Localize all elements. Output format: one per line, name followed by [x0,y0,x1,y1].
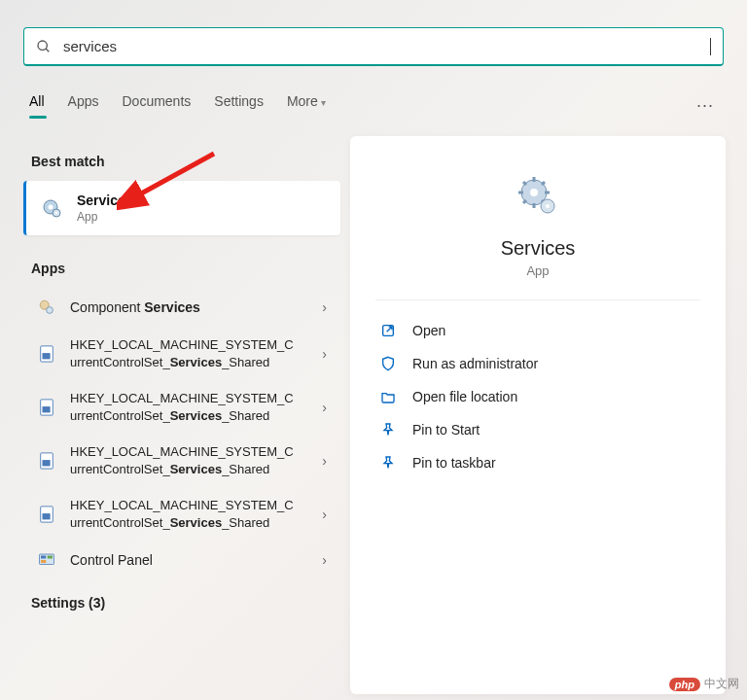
svg-line-25 [523,182,526,185]
svg-rect-13 [43,460,51,466]
tab-apps[interactable]: Apps [68,93,99,117]
text-caret [710,38,711,55]
result-registry-3[interactable]: HKEY_LOCAL_MACHINE_SYSTEM_CurrentControl… [23,434,340,487]
shield-icon [379,355,397,372]
action-run-admin[interactable]: Run as administrator [375,347,700,380]
svg-point-3 [49,205,53,210]
detail-title: Services [375,237,700,260]
results-column: Best match Services App Apps Component S… [23,146,340,622]
svg-line-26 [542,182,545,185]
svg-rect-18 [48,556,53,559]
search-icon [36,39,52,54]
document-icon [37,398,56,417]
result-label: HKEY_LOCAL_MACHINE_SYSTEM_CurrentControl… [70,336,308,370]
action-pin-taskbar[interactable]: Pin to taskbar [375,446,700,479]
svg-rect-17 [41,556,46,559]
document-icon [37,451,56,471]
search-input[interactable] [63,38,712,54]
action-label: Run as administrator [412,356,538,371]
svg-point-0 [38,41,47,50]
tab-documents[interactable]: Documents [122,93,191,117]
chevron-down-icon: ▾ [321,97,326,108]
divider [375,299,700,300]
open-icon [379,322,397,339]
action-label: Pin to Start [412,422,480,438]
action-pin-start[interactable]: Pin to Start [375,413,700,446]
app-icon [37,298,56,317]
result-label: HKEY_LOCAL_MACHINE_SYSTEM_CurrentControl… [70,390,308,424]
tab-settings[interactable]: Settings [214,93,264,117]
svg-line-27 [523,200,526,203]
filter-tabs: All Apps Documents Settings More▾ ··· [29,89,718,121]
tab-more[interactable]: More▾ [287,93,326,117]
document-icon [37,505,56,524]
watermark-badge: php [669,678,700,691]
watermark-text: 中文网 [704,676,739,692]
pin-icon [379,454,397,472]
action-label: Pin to taskbar [412,455,496,471]
svg-rect-9 [43,353,51,359]
result-label: HKEY_LOCAL_MACHINE_SYSTEM_CurrentControl… [70,497,308,531]
result-label: HKEY_LOCAL_MACHINE_SYSTEM_CurrentControl… [70,443,308,477]
document-icon [37,344,56,364]
svg-rect-15 [43,513,51,519]
action-label: Open file location [412,389,517,404]
control-panel-icon [37,550,56,570]
more-options-button[interactable]: ··· [693,95,718,116]
best-match-subtitle: App [77,210,133,224]
result-label: Component Services [70,298,308,317]
svg-line-1 [46,49,49,52]
heading-apps: Apps [23,253,340,288]
heading-settings: Settings (3) [23,587,340,622]
chevron-right-icon[interactable]: › [322,400,327,415]
chevron-right-icon[interactable]: › [322,507,327,522]
result-registry-2[interactable]: HKEY_LOCAL_MACHINE_SYSTEM_CurrentControl… [23,380,340,434]
result-registry-4[interactable]: HKEY_LOCAL_MACHINE_SYSTEM_CurrentControl… [23,487,340,541]
svg-point-29 [530,189,538,196]
action-label: Open [412,323,445,338]
svg-point-5 [55,212,58,215]
chevron-right-icon[interactable]: › [322,453,327,469]
folder-icon [379,388,397,405]
search-box[interactable] [23,27,724,66]
gear-icon [40,196,63,220]
action-open[interactable]: Open [375,314,700,347]
detail-type: App [375,263,700,278]
svg-point-7 [47,307,53,314]
svg-rect-11 [43,406,51,412]
chevron-right-icon[interactable]: › [322,299,327,315]
result-control-panel[interactable]: Control Panel › [23,541,340,579]
chevron-right-icon[interactable]: › [322,346,327,362]
best-match-result[interactable]: Services App [23,181,340,235]
result-registry-1[interactable]: HKEY_LOCAL_MACHINE_SYSTEM_CurrentControl… [23,327,340,380]
action-open-location[interactable]: Open file location [375,380,700,413]
pin-icon [379,421,397,438]
chevron-right-icon[interactable]: › [322,552,327,568]
best-match-title: Services [77,192,133,208]
result-label: Control Panel [70,551,308,570]
watermark: php 中文网 [669,676,739,692]
svg-rect-19 [41,560,46,563]
result-component-services[interactable]: Component Services › [23,288,340,327]
tab-all[interactable]: All [29,93,45,117]
detail-panel: Services App Open Run as administrator O… [350,136,726,694]
svg-point-31 [546,204,550,208]
heading-best-match: Best match [23,146,340,181]
app-big-icon [375,173,700,220]
